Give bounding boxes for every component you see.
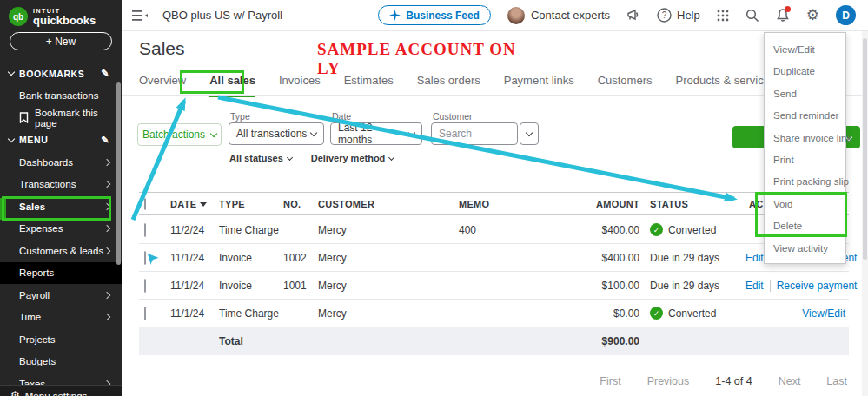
header-date[interactable]: DATE <box>170 199 219 209</box>
sort-desc-icon <box>200 202 207 207</box>
tab-customers[interactable]: Customers <box>598 74 653 97</box>
header-memo[interactable]: MEMO <box>459 199 565 209</box>
sparkle-icon <box>389 10 401 21</box>
notifications-bell-icon[interactable] <box>776 8 790 23</box>
content-scrollbar-thumb[interactable] <box>863 38 867 260</box>
tab-products-services[interactable]: Products & services <box>676 74 776 97</box>
chevron-right-icon <box>103 314 110 320</box>
contact-experts[interactable]: Contact experts <box>507 7 610 24</box>
pagination-next[interactable]: Next <box>779 375 801 387</box>
header-status[interactable]: STATUS <box>641 199 745 209</box>
expert-avatar <box>507 7 525 24</box>
total-amount: $900.00 <box>565 335 641 347</box>
company-name[interactable]: QBO plus US w/ Payroll <box>162 9 282 22</box>
menu-item-void[interactable]: Void <box>765 194 845 215</box>
table-row[interactable]: 11/2/24 Time Charge Mercy 400 $400.00 ✓ … <box>139 216 849 244</box>
app-grid-icon[interactable] <box>717 10 729 22</box>
edit-link[interactable]: Edit <box>745 252 764 264</box>
receive-payment-link[interactable]: Receive payment <box>777 280 858 292</box>
pagination-range: 1-4 of 4 <box>715 375 752 387</box>
collapse-sidebar-icon[interactable] <box>132 10 149 22</box>
tab-invoices[interactable]: Invoices <box>279 74 321 97</box>
table-row[interactable]: 11/1/24 Invoice 1001 Mercy $100.00 Due i… <box>139 272 849 300</box>
header-amount[interactable]: AMOUNT <box>565 199 641 209</box>
customer-dropdown-button[interactable] <box>520 122 539 145</box>
chevron-right-icon <box>103 248 110 254</box>
header-no[interactable]: NO. <box>283 199 318 209</box>
menu-item-print-packing-slip[interactable]: Print packing slip <box>765 171 845 193</box>
sidebar-item-customers-leads[interactable]: Customers & leads <box>0 240 122 262</box>
customer-search-input[interactable] <box>431 122 518 145</box>
pagination-first[interactable]: First <box>600 375 620 387</box>
new-button[interactable]: + New <box>10 32 112 50</box>
sidebar: qb INTUIT quickbooks + New BOOKMARKS ✎ B… <box>0 0 122 396</box>
chevron-down-icon <box>8 69 15 76</box>
chevron-right-icon <box>103 292 110 299</box>
megaphone-icon[interactable] <box>626 9 640 22</box>
settings-gear-icon[interactable]: ⚙ <box>806 8 819 23</box>
bookmarks-section-header[interactable]: BOOKMARKS ✎ <box>0 63 122 85</box>
view-edit-link[interactable]: View/Edit <box>802 307 845 320</box>
menu-item-send[interactable]: Send <box>765 83 845 105</box>
menu-settings[interactable]: ⚙ Menu settings <box>0 385 122 396</box>
sidebar-scrollbar[interactable] <box>116 82 121 265</box>
sidebar-item-sales[interactable]: Sales <box>0 195 122 218</box>
sidebar-item-budgets[interactable]: Budgets <box>0 351 122 373</box>
menu-item-view-activity[interactable]: View activity <box>765 238 845 260</box>
sidebar-item-payroll[interactable]: Payroll <box>0 284 122 307</box>
edit-link[interactable]: Edit <box>745 280 764 292</box>
tabs-divider <box>122 95 862 96</box>
gear-icon: ⚙ <box>10 388 20 396</box>
content-scrollbar-track[interactable] <box>862 31 868 396</box>
help-menu[interactable]: ? Help <box>657 8 700 23</box>
type-filter-select[interactable]: All transactions <box>229 122 324 145</box>
sidebar-item-time[interactable]: Time <box>0 307 122 329</box>
menu-item-share-invoice-link[interactable]: Share invoice link <box>765 128 845 149</box>
menu-section-header[interactable]: MENU ✎ <box>0 129 122 152</box>
batch-actions-button[interactable]: Batch actions <box>137 123 222 146</box>
table-total-row: Total $900.00 <box>139 327 849 355</box>
header-type[interactable]: TYPE <box>219 199 283 209</box>
select-all-checkbox[interactable] <box>144 198 146 210</box>
search-icon[interactable] <box>745 9 759 23</box>
row-checkbox[interactable] <box>144 307 146 320</box>
all-statuses-filter[interactable]: All statuses <box>229 153 292 163</box>
header-customer[interactable]: CUSTOMER <box>318 199 459 209</box>
tab-all-sales[interactable]: All sales <box>209 74 255 97</box>
chevron-down-icon <box>8 135 15 142</box>
row-checkbox[interactable] <box>144 251 146 265</box>
date-filter-select[interactable]: Last 12 months <box>330 122 422 145</box>
pagination-last[interactable]: Last <box>826 375 847 387</box>
sidebar-item-transactions[interactable]: Transactions <box>0 174 122 196</box>
row-checkbox[interactable] <box>144 279 146 293</box>
menu-item-view-edit[interactable]: View/Edit <box>765 39 845 61</box>
chevron-down-icon <box>310 129 317 135</box>
row-actions-context-menu: View/Edit Duplicate Send Send reminder S… <box>764 32 846 264</box>
sidebar-item-projects[interactable]: Projects <box>0 328 122 351</box>
quickbooks-logo[interactable]: qb INTUIT quickbooks <box>0 0 122 28</box>
sidebar-item-dashboards[interactable]: Dashboards <box>0 151 122 174</box>
sidebar-item-bookmark-this-page[interactable]: Bookmark this page <box>0 107 122 129</box>
divider <box>770 280 771 292</box>
chevron-right-icon <box>103 203 110 210</box>
quickbooks-app: qb INTUIT quickbooks + New BOOKMARKS ✎ B… <box>0 0 868 396</box>
sidebar-item-bank-transactions[interactable]: Bank transactions <box>0 85 122 108</box>
row-checkbox[interactable] <box>144 223 146 237</box>
tab-overview[interactable]: Overview <box>139 74 186 97</box>
menu-item-delete[interactable]: Delete <box>765 215 845 237</box>
chevron-right-icon <box>103 159 110 166</box>
user-avatar[interactable]: D <box>836 5 856 25</box>
sidebar-item-reports[interactable]: Reports <box>0 262 122 285</box>
menu-item-send-reminder[interactable]: Send reminder <box>765 105 845 127</box>
menu-item-print[interactable]: Print <box>765 149 845 171</box>
delivery-method-filter[interactable]: Delivery method <box>311 153 394 163</box>
table-row[interactable]: 11/1/24 Invoice 1002 Mercy $400.00 Due i… <box>139 244 849 272</box>
edit-pencil-icon[interactable]: ✎ <box>101 68 109 79</box>
pagination-previous[interactable]: Previous <box>647 375 690 387</box>
business-feed-button[interactable]: Business Feed <box>378 5 491 25</box>
table-row[interactable]: 11/1/24 Time Charge Mercy $0.00 ✓ Conver… <box>139 300 849 327</box>
sidebar-item-expenses[interactable]: Expenses <box>0 218 122 241</box>
edit-pencil-icon[interactable]: ✎ <box>101 135 109 146</box>
menu-item-duplicate[interactable]: Duplicate <box>765 61 845 82</box>
top-bar: QBO plus US w/ Payroll Business Feed Con… <box>122 0 868 31</box>
